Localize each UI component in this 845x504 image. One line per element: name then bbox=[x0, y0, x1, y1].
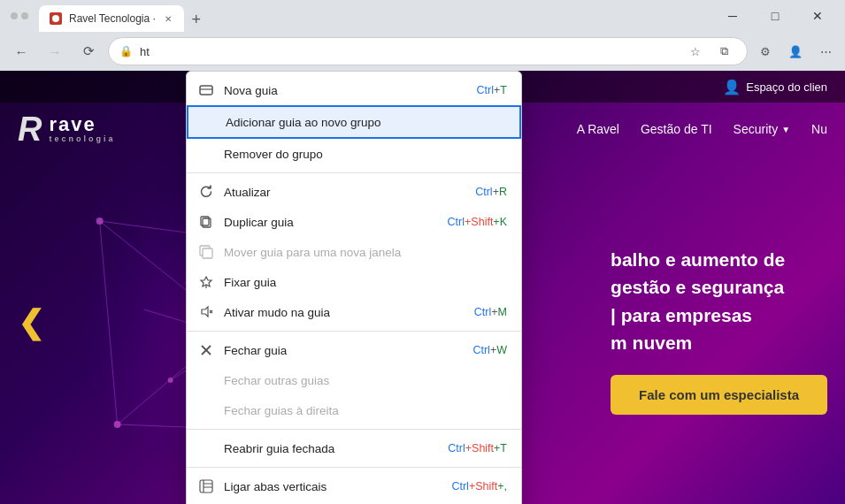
pin-icon bbox=[197, 273, 215, 291]
lock-icon: 🔒 bbox=[119, 45, 133, 57]
duplicate-icon bbox=[197, 213, 215, 231]
menu-label-vertical-tabs: Ligar abas verticais bbox=[224, 480, 442, 493]
main-content: 👤 Espaço do clien R rave tecnologia A Ra… bbox=[0, 71, 845, 504]
separator-4 bbox=[187, 467, 521, 468]
split-button[interactable]: ⧉ bbox=[711, 39, 736, 64]
address-actions: ☆ ⧉ bbox=[683, 39, 736, 64]
context-menu: Nova guia Ctrl+T Adicionar guia ao novo … bbox=[186, 71, 522, 504]
dot-1 bbox=[11, 12, 18, 19]
back-button[interactable]: ← bbox=[7, 37, 35, 65]
menu-item-close-tab[interactable]: Fechar guia Ctrl+W bbox=[187, 335, 521, 365]
remove-group-icon bbox=[197, 145, 215, 163]
shortcut-new-tab: Ctrl+T bbox=[477, 84, 507, 96]
shortcut-duplicate: Ctrl+Shift+K bbox=[448, 216, 507, 228]
menu-item-duplicate[interactable]: Duplicar guia Ctrl+Shift+K bbox=[187, 207, 521, 237]
menu-item-reopen[interactable]: Reabrir guia fechada Ctrl+Shift+T bbox=[187, 433, 521, 463]
address-bar[interactable]: 🔒 ht ☆ ⧉ bbox=[108, 37, 748, 65]
close-right-icon bbox=[197, 401, 215, 419]
menu-item-refresh[interactable]: Atualizar Ctrl+R bbox=[187, 177, 521, 207]
window-controls: ─ □ ✕ bbox=[712, 2, 838, 30]
menu-label-close-tab: Fechar guia bbox=[224, 344, 464, 357]
address-text: ht bbox=[140, 45, 676, 58]
close-others-icon bbox=[197, 371, 215, 389]
reload-button[interactable]: ⟳ bbox=[74, 37, 103, 65]
shortcut-vertical: Ctrl+Shift+, bbox=[451, 480, 507, 493]
menu-label-close-right: Fechar guias à direita bbox=[224, 404, 507, 417]
reopen-icon bbox=[197, 439, 215, 457]
menu-item-move-window: Mover guia para uma nova janela bbox=[187, 237, 521, 267]
extensions-button[interactable]: ⚙ bbox=[753, 39, 778, 64]
shortcut-reopen: Ctrl+Shift+T bbox=[448, 442, 507, 454]
svg-rect-27 bbox=[203, 248, 212, 258]
mute-icon bbox=[197, 303, 215, 321]
tab-favicon bbox=[50, 12, 62, 25]
menu-item-close-others: Fechar outras guias bbox=[187, 365, 521, 395]
menu-label-refresh: Atualizar bbox=[224, 186, 466, 199]
add-group-icon bbox=[199, 113, 217, 131]
menu-item-new-tab[interactable]: Nova guia Ctrl+T bbox=[187, 75, 521, 105]
maximize-button[interactable]: □ bbox=[755, 2, 795, 30]
menu-item-mute[interactable]: Ativar mudo na guia Ctrl+M bbox=[187, 297, 521, 327]
separator-2 bbox=[187, 331, 521, 332]
menu-label-move: Mover guia para uma nova janela bbox=[224, 246, 507, 259]
svg-rect-34 bbox=[200, 480, 212, 493]
close-button[interactable]: ✕ bbox=[797, 2, 838, 30]
menu-label-close-others: Fechar outras guias bbox=[224, 374, 507, 387]
dot-2 bbox=[21, 12, 28, 19]
shortcut-refresh: Ctrl+R bbox=[475, 186, 507, 198]
shortcut-mute: Ctrl+M bbox=[474, 306, 507, 318]
menu-item-remove-group[interactable]: Remover do grupo bbox=[187, 139, 521, 169]
title-bar: Ravel Tecnologia · ✕ + ─ □ ✕ bbox=[0, 0, 845, 32]
menu-item-add-to-group[interactable]: Adicionar guia ao novo grupo bbox=[187, 105, 521, 139]
menu-label-add-to-group: Adicionar guia ao novo grupo bbox=[226, 116, 505, 129]
browser-dots bbox=[7, 12, 32, 19]
svg-point-0 bbox=[52, 15, 59, 22]
tab-area: Ravel Tecnologia · ✕ + bbox=[39, 0, 705, 32]
profile-button[interactable]: 👤 bbox=[783, 39, 808, 64]
minimize-button[interactable]: ─ bbox=[712, 2, 753, 30]
tab-title: Ravel Tecnologia · bbox=[69, 12, 156, 25]
context-menu-overlay: Nova guia Ctrl+T Adicionar guia ao novo … bbox=[0, 71, 845, 504]
browser-window: Ravel Tecnologia · ✕ + ─ □ ✕ ← → ⟳ 🔒 ht … bbox=[0, 0, 845, 504]
svg-rect-22 bbox=[200, 86, 212, 95]
menu-label-remove-group: Remover do grupo bbox=[224, 148, 507, 161]
tab-close-button[interactable]: ✕ bbox=[163, 12, 173, 26]
close-x-icon bbox=[197, 341, 215, 359]
refresh-icon bbox=[197, 183, 215, 201]
menu-label-reopen: Reabrir guia fechada bbox=[224, 442, 439, 455]
move-icon bbox=[197, 243, 215, 261]
menu-label-pin: Fixar guia bbox=[224, 276, 507, 289]
shortcut-close: Ctrl+W bbox=[472, 344, 507, 356]
menu-item-pin[interactable]: Fixar guia bbox=[187, 267, 521, 297]
tab-icon bbox=[197, 81, 215, 99]
menu-label-mute: Ativar mudo na guia bbox=[224, 306, 465, 319]
menu-item-vertical-tabs[interactable]: Ligar abas verticais Ctrl+Shift+, bbox=[187, 471, 521, 501]
svg-marker-29 bbox=[202, 307, 208, 317]
forward-button[interactable]: → bbox=[41, 37, 69, 65]
active-tab[interactable]: Ravel Tecnologia · ✕ bbox=[39, 5, 184, 32]
vertical-tabs-icon bbox=[197, 477, 215, 495]
separator-3 bbox=[187, 429, 521, 430]
new-tab-button[interactable]: + bbox=[184, 7, 209, 32]
star-button[interactable]: ☆ bbox=[683, 39, 708, 64]
menu-item-close-right: Fechar guias à direita bbox=[187, 395, 521, 425]
menu-label-duplicate: Duplicar guia bbox=[224, 216, 439, 229]
separator-1 bbox=[187, 172, 521, 173]
menu-label-new-tab: Nova guia bbox=[224, 84, 468, 97]
menu-button[interactable]: ⋯ bbox=[813, 39, 838, 64]
address-bar-row: ← → ⟳ 🔒 ht ☆ ⧉ ⚙ 👤 ⋯ bbox=[0, 32, 845, 71]
